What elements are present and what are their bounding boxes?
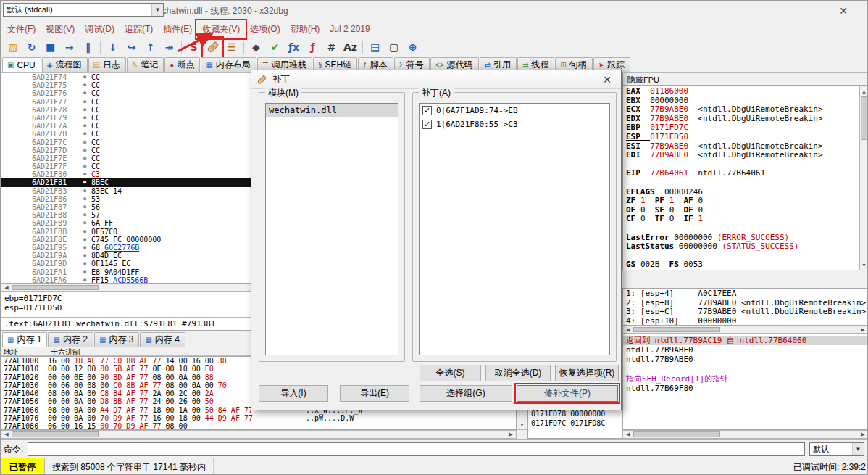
- memory-tab[interactable]: ▦内存 2: [48, 332, 93, 347]
- fx-button[interactable]: ƒx: [285, 38, 303, 57]
- breakpoint-dot-icon[interactable]: ●: [78, 276, 91, 284]
- scroll-down-icon[interactable]: ▼: [860, 260, 868, 270]
- breakpoint-dot-icon[interactable]: ●: [78, 98, 91, 106]
- step-out-button[interactable]: ↑: [141, 38, 159, 57]
- info-horizontal-scrollbar[interactable]: ◀ ▶: [622, 430, 868, 439]
- patch-list-item[interactable]: ✓0|6A7F1AD9:74->EB: [420, 104, 609, 117]
- scroll-left-icon[interactable]: ◀: [623, 431, 633, 438]
- scroll-left-icon[interactable]: ◀: [623, 326, 633, 333]
- menu-item[interactable]: 插件(E): [158, 21, 197, 38]
- scroll-thumb[interactable]: [861, 96, 867, 140]
- stack-arg-row[interactable]: 1: [esp+4] A0C17EEA: [626, 289, 865, 299]
- scroll-track[interactable]: [860, 140, 868, 260]
- calling-convention-select[interactable]: 默认 (stdcall) ▼: [3, 3, 164, 17]
- register-row[interactable]: LastStatus 00000000 (STATUS_SUCCESS): [626, 242, 856, 252]
- pause-button[interactable]: ‖: [79, 38, 97, 57]
- breakpoint-dot-icon[interactable]: ●: [78, 106, 91, 114]
- patch-file-button[interactable]: 修补文件(P): [517, 385, 618, 402]
- breakpoint-dot-icon[interactable]: ●: [78, 146, 91, 154]
- favourites-button[interactable]: ☰: [222, 38, 241, 57]
- memory-tab[interactable]: ▦内存 1: [2, 332, 47, 347]
- info-line[interactable]: ntdll.77B69F80: [623, 384, 868, 393]
- scroll-track[interactable]: [99, 431, 506, 438]
- breakpoint-dot-icon[interactable]: ●: [78, 122, 91, 130]
- step-into-button[interactable]: ↓: [104, 38, 122, 57]
- breakpoint-dot-icon[interactable]: ●: [78, 73, 91, 81]
- scroll-right-icon[interactable]: ▶: [858, 326, 868, 333]
- tab-CPU[interactable]: ▣CPU: [2, 57, 41, 72]
- breakpoint-dot-icon[interactable]: ●: [78, 260, 91, 268]
- breakpoint-dot-icon[interactable]: ●: [78, 252, 91, 260]
- breakpoint-dot-icon[interactable]: ●: [78, 236, 91, 244]
- tab-内存布局[interactable]: ▦内存布局: [201, 57, 256, 72]
- menu-item[interactable]: 选项(O): [245, 21, 285, 38]
- breakpoint-dot-icon[interactable]: ●: [78, 228, 91, 236]
- info-line[interactable]: 指向SEH_Record[1]的指针: [623, 374, 868, 384]
- memory-horizontal-scrollbar[interactable]: ◀ ▶: [1, 430, 517, 439]
- breakpoint-dot-icon[interactable]: ●: [78, 170, 91, 178]
- register-row[interactable]: EIP 77B64061 ntdll.77B64061: [626, 169, 856, 178]
- restore-selection-button[interactable]: 恢复选择项(R): [555, 365, 619, 381]
- restart-button[interactable]: ↻: [22, 38, 41, 57]
- scroll-thumb[interactable]: [12, 285, 99, 290]
- memory-tab[interactable]: ▦内存 4: [140, 332, 185, 347]
- dialog-close-icon[interactable]: ✕: [599, 74, 615, 86]
- breakpoint-dot-icon[interactable]: ●: [78, 162, 91, 170]
- info-line[interactable]: [623, 365, 868, 374]
- scroll-left-icon[interactable]: ◀: [1, 431, 12, 438]
- breakpoint-dot-icon[interactable]: ●: [78, 187, 91, 195]
- scroll-down-icon[interactable]: ▼: [517, 419, 527, 429]
- scroll-thumb[interactable]: [12, 431, 99, 437]
- open-file-button[interactable]: ▨: [4, 38, 22, 57]
- az-button[interactable]: Az: [341, 38, 359, 57]
- run-to-cursor-button[interactable]: ↠: [160, 38, 178, 57]
- step-over-button[interactable]: ↪: [122, 38, 141, 57]
- breakpoint-dot-icon[interactable]: ●: [78, 114, 91, 122]
- breakpoint-dot-icon[interactable]: ●: [78, 130, 91, 138]
- globe-button[interactable]: ⊕: [404, 38, 422, 57]
- breakpoint-dot-icon[interactable]: ●: [78, 268, 91, 276]
- memory-tab[interactable]: ▦内存 3: [94, 332, 139, 347]
- scroll-track[interactable]: [720, 326, 858, 333]
- export-button[interactable]: 导出(E): [340, 385, 409, 402]
- scroll-left-icon[interactable]: ◀: [1, 284, 12, 291]
- menu-item[interactable]: 文件(F): [2, 21, 41, 38]
- shield-button[interactable]: ◆: [247, 38, 265, 57]
- fx-clear-button[interactable]: ƒ: [304, 38, 322, 57]
- module-list-item[interactable]: wechatwin.dll: [266, 104, 398, 117]
- info-line[interactable]: ntdll.77B9ABE0: [623, 345, 868, 355]
- menu-item[interactable]: 视图(V): [41, 21, 80, 38]
- register-row[interactable]: EDI 77B9ABE0 <ntdll.DbgUiRemoteBreakin>: [626, 151, 856, 160]
- scroll-up-icon[interactable]: ▲: [860, 86, 868, 96]
- select-all-button[interactable]: 全选(S): [420, 365, 481, 381]
- registers-header[interactable]: 隐藏FPU: [622, 73, 868, 86]
- patch-list-item[interactable]: ✓1|6AD21F80:55->C3: [420, 117, 609, 131]
- window-button[interactable]: ▢: [385, 38, 403, 57]
- breakpoint-dot-icon[interactable]: ●: [78, 178, 91, 186]
- scroll-thumb[interactable]: [633, 431, 720, 437]
- breakpoint-dot-icon[interactable]: ●: [78, 219, 91, 227]
- check-button[interactable]: ✔: [266, 38, 284, 57]
- tab-流程图[interactable]: ◈流程图: [42, 57, 88, 72]
- run-button[interactable]: →: [60, 38, 78, 57]
- stack-arg-row[interactable]: 4: [esp+10] 00000000: [626, 317, 865, 326]
- deselect-all-button[interactable]: 取消全选(D): [485, 365, 551, 381]
- info-line[interactable]: ntdll.77B9ABE0: [623, 355, 868, 364]
- settings-s-button[interactable]: S: [185, 38, 203, 57]
- patch-button[interactable]: [204, 38, 222, 57]
- hash-button[interactable]: #: [322, 38, 341, 57]
- breakpoint-dot-icon[interactable]: ●: [78, 139, 91, 146]
- select-group-button[interactable]: 选择组(G): [420, 385, 512, 402]
- tab-笔记[interactable]: ✎笔记: [127, 57, 164, 72]
- breakpoint-dot-icon[interactable]: ●: [78, 203, 91, 211]
- register-row[interactable]: CF 0 TF 0 IF 1: [626, 215, 856, 224]
- import-button[interactable]: 导入(I): [259, 385, 328, 402]
- breakpoint-dot-icon[interactable]: ●: [78, 89, 91, 97]
- menu-item[interactable]: 追踪(T): [120, 21, 158, 38]
- info-line[interactable]: 返回到 ntdll.77B9AC19 自 ntdll.77B64060: [623, 336, 868, 345]
- stop-button[interactable]: ■: [41, 38, 59, 57]
- tab-日志[interactable]: ▤日志: [88, 57, 126, 72]
- memory-row[interactable]: 77AF107000 00 0A 00 70 D9 AF 77 16 00 18…: [1, 414, 516, 422]
- breakpoint-dot-icon[interactable]: ●: [78, 211, 91, 219]
- breakpoint-dot-icon[interactable]: ●: [78, 81, 91, 89]
